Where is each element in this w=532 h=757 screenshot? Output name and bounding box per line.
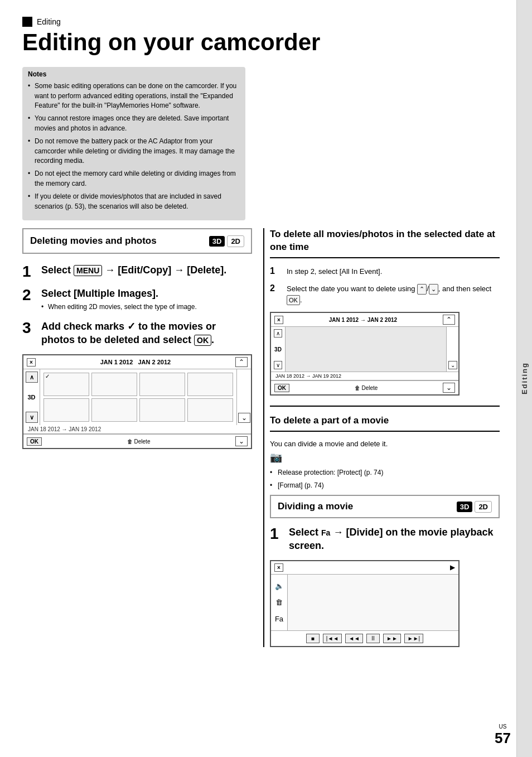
badge-3d: 3D — [209, 236, 225, 247]
black-square-icon — [22, 17, 32, 27]
divider-1 — [270, 406, 500, 407]
playback-main — [288, 575, 458, 630]
grid-cell-5 — [43, 398, 89, 422]
bullet-protect: Release protection: [Protect] (p. 74) — [270, 468, 500, 478]
small-down-btn: ∨ — [274, 361, 282, 369]
ctrl-fwd: ►► — [383, 634, 401, 643]
ok-key-right: OK — [287, 295, 300, 306]
small-screen-up: ⌃ — [443, 315, 455, 325]
small-screen-date-top: JAN 1 2012 → JAN 2 2012 — [329, 317, 397, 323]
right-step-2-num: 2 — [270, 283, 281, 293]
step-1-num: 1 — [22, 264, 36, 279]
badge-container: 3D 2D — [209, 235, 244, 247]
fa-icon: Fa — [321, 528, 330, 537]
playback-screen: × ▶ 🔈 🗑 Fa ■ |◄◄ ◄◄ — [270, 560, 460, 647]
section-label-text: Editing — [37, 17, 61, 26]
dividing-badge-container: 3D 2D — [457, 501, 492, 513]
right-step-1-num: 1 — [270, 266, 281, 276]
dividing-badge-3d: 3D — [457, 502, 473, 512]
small-3d-label: 3D — [274, 346, 282, 353]
camera-icon: 📷 — [270, 452, 282, 463]
small-screen-date-bottom: JAN 18 2012 → JAN 19 2012 — [271, 372, 458, 380]
playback-top: × ▶ — [271, 561, 458, 575]
grid-cell-1 — [43, 373, 89, 396]
screen-grid — [40, 369, 236, 425]
right-step-2-text: Select the date you want to delete using… — [287, 283, 500, 305]
screen-right-down: ⌄ — [238, 413, 250, 423]
up-key: ⌃ — [417, 284, 427, 295]
playback-close: × — [274, 563, 283, 572]
playback-left: 🔈 🗑 Fa — [271, 575, 288, 630]
dividing-step-1-num: 1 — [270, 526, 283, 542]
ctrl-next-end: ►►| — [404, 634, 423, 643]
menu-key: MENU — [74, 265, 102, 276]
right-step-1-text: In step 2, select [All In Event]. — [287, 266, 382, 277]
deleting-section-box: Deleting movies and photos 3D 2D — [22, 228, 252, 254]
ctrl-stop: ■ — [306, 634, 320, 643]
screen-up-btn: ⌃ — [235, 357, 248, 367]
playback-body: 🔈 🗑 Fa — [271, 575, 458, 630]
badge-2d: 2D — [227, 235, 244, 247]
notes-list: Some basic editing operations can be don… — [28, 81, 240, 211]
step-2-content: Select [Multiple Images]. When editing 2… — [41, 287, 252, 312]
small-screen-top: × JAN 1 2012 → JAN 2 2012 ⌃ — [271, 313, 458, 327]
small-delete-area: 🗑 Delete — [355, 385, 378, 391]
delete-all-heading: To delete all movies/photos in the selec… — [270, 228, 500, 258]
bullet-format: [Format] (p. 74) — [270, 481, 500, 490]
grid-cell-4 — [187, 373, 233, 396]
step-3-text: Add check marks ✓ to the movies or photo… — [41, 320, 252, 346]
screen-body: ∧ 3D ∨ — [23, 369, 251, 425]
step-2: 2 Select [Multiple Images]. When editing… — [22, 287, 252, 312]
divide-icon: Fa — [275, 615, 283, 623]
notes-title: Notes — [28, 70, 240, 78]
deleting-section-title: Deleting movies and photos — [30, 235, 157, 247]
small-screen-left: ∧ 3D ∨ — [271, 327, 286, 372]
down-key: ⌄ — [429, 284, 438, 295]
grid-cell-8 — [187, 398, 233, 422]
delete-text: Delete — [134, 438, 151, 445]
page-title: Editing on your camcorder — [22, 29, 500, 56]
3d-label: 3D — [27, 394, 35, 401]
ok-key-left: OK — [194, 335, 211, 346]
down-btn: ∨ — [26, 412, 38, 423]
dividing-step-1-content: Select Fa → [Divide] on the movie playba… — [289, 526, 500, 552]
side-tab-text: Editing — [520, 362, 529, 394]
side-tab: Editing — [516, 0, 532, 757]
delete-part-desc: You can divide a movie and delete it. — [270, 440, 500, 448]
section-label: Editing — [22, 17, 500, 27]
step-2-sub-item: When editing 2D movies, select the type … — [41, 303, 252, 311]
small-bottom-down: ⌄ — [443, 383, 455, 393]
screen-bottom-down: ⌄ — [235, 436, 248, 446]
right-step-2-row: 2 Select the date you want to delete usi… — [270, 283, 500, 305]
screen-bottom-bar: OK 🗑 Delete ⌄ — [23, 434, 251, 448]
up-btn: ∧ — [26, 372, 38, 383]
region-label: US — [495, 724, 511, 730]
playback-play-icon: ▶ — [450, 563, 455, 572]
dividing-step-1: 1 Select Fa → [Divide] on the movie play… — [270, 526, 500, 552]
delete-icon: 🗑 — [127, 438, 133, 445]
small-ok-btn: OK — [274, 384, 289, 392]
page-number-area: US 57 — [495, 724, 511, 747]
step-3-num: 3 — [22, 320, 36, 336]
step-3-content: Add check marks ✓ to the movies or photo… — [41, 320, 252, 346]
notes-item-3: Do not remove the battery pack or the AC… — [28, 137, 240, 166]
small-screen-right: × JAN 1 2012 → JAN 2 2012 ⌃ ∧ 3D ∨ ⌄ — [270, 312, 460, 396]
ctrl-pause: II — [366, 634, 380, 643]
dividing-title: Dividing a movie — [278, 500, 353, 513]
screen-ok-btn: OK — [27, 437, 42, 446]
small-screen-grid — [286, 327, 446, 372]
two-column-layout: Deleting movies and photos 3D 2D 1 Selec… — [22, 228, 500, 647]
trash-icon: 🗑 — [275, 598, 283, 606]
grid-cell-2 — [91, 373, 137, 396]
step-1: 1 Select MENU → [Edit/Copy] → [Delete]. — [22, 264, 252, 279]
step-3: 3 Add check marks ✓ to the movies or pho… — [22, 320, 252, 346]
small-screen-bottom: OK 🗑 Delete ⌄ — [271, 380, 458, 394]
screen-mockup-left: × JAN 1 2012 JAN 2 2012 ⌃ ∧ 3D ∨ — [22, 354, 252, 449]
right-column: To delete all movies/photos in the selec… — [263, 228, 500, 647]
grid-cell-7 — [139, 398, 185, 422]
screen-close-btn: × — [27, 358, 36, 367]
notes-item-4: Do not eject the memory card while delet… — [28, 169, 240, 189]
step-2-text: Select [Multiple Images]. — [41, 287, 252, 300]
volume-icon: 🔈 — [275, 582, 284, 590]
right-step-2: 2 Select the date you want to delete usi… — [270, 283, 500, 305]
